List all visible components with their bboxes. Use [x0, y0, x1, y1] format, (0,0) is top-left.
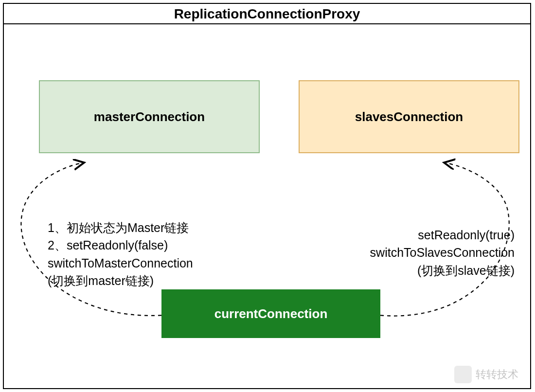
- current-connection-label: currentConnection: [214, 306, 328, 321]
- left-annotation: 1、初始状态为Master链接 2、setReadonly(false) swi…: [48, 219, 232, 289]
- outer-frame: ReplicationConnectionProxy masterConnect…: [3, 3, 531, 389]
- master-connection-box: masterConnection: [39, 80, 260, 153]
- left-annotation-line1: 1、初始状态为Master链接: [48, 219, 232, 236]
- slaves-connection-box: slavesConnection: [299, 80, 519, 153]
- right-annotation-line3: (切换到slave链接): [344, 262, 515, 279]
- slaves-connection-label: slavesConnection: [355, 109, 464, 125]
- current-connection-box: currentConnection: [161, 289, 380, 338]
- diagram-area: masterConnection slavesConnection curren…: [4, 24, 530, 388]
- watermark-logo-icon: [454, 366, 472, 383]
- left-annotation-line4: (切换到master链接): [48, 272, 232, 289]
- right-annotation: setReadonly(true) switchToSlavesConnecti…: [344, 226, 515, 279]
- watermark-text: 转转技术: [476, 367, 518, 382]
- title-bar: ReplicationConnectionProxy: [4, 4, 530, 24]
- watermark: 转转技术: [454, 366, 518, 383]
- master-connection-label: masterConnection: [94, 109, 205, 125]
- right-annotation-line1: setReadonly(true): [344, 226, 515, 244]
- left-annotation-line3: switchToMasterConnection: [48, 254, 232, 272]
- left-annotation-line2: 2、setReadonly(false): [48, 236, 232, 254]
- title-text: ReplicationConnectionProxy: [174, 6, 360, 21]
- right-annotation-line2: switchToSlavesConnection: [344, 244, 515, 261]
